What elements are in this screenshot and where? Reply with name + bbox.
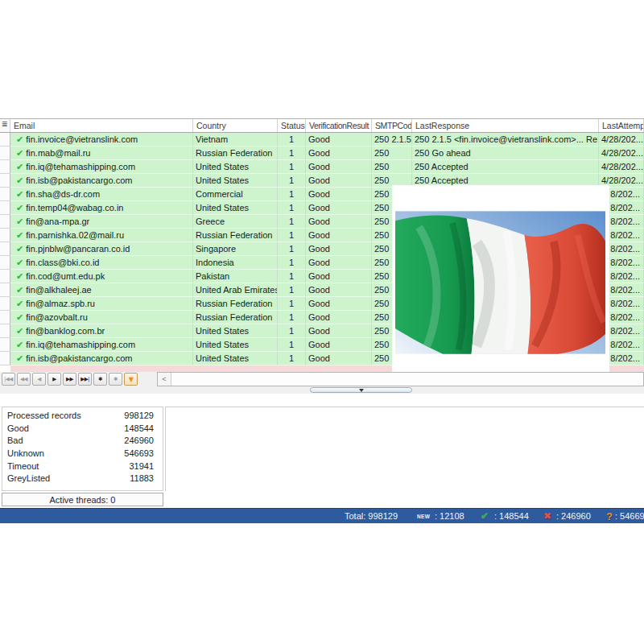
country-cell: Russian Federation <box>193 229 278 242</box>
email-cell: fin@banklog.com.br <box>26 326 105 336</box>
email-cell: fin.class@bki.co.id <box>26 258 99 267</box>
email-cell: fin.isb@pakistancargo.com <box>26 175 132 185</box>
good-check-icon: ✔ <box>16 134 23 146</box>
country-cell: United Arab Emirates <box>193 283 278 297</box>
stat-value: 246960 <box>124 436 154 448</box>
verification-result-cell: Good <box>306 242 372 256</box>
new-badge-icon: NEW <box>417 509 430 523</box>
email-cell: fin.parnishka.02@mail.ru <box>26 230 124 240</box>
summary-section: Processed records 998129 Good 148544 Bad… <box>0 394 644 508</box>
good-check-icon: ✔ <box>16 147 23 159</box>
email-cell: fin.mab@mail.ru <box>26 148 90 158</box>
column-header-verification-result[interactable]: VerificationResult <box>306 119 372 132</box>
navigator-button-icon: ✱ <box>114 376 118 382</box>
country-cell: Indonesia <box>193 256 278 270</box>
stat-row: Processed records 998129 <box>2 410 163 423</box>
row-indicator <box>0 338 10 352</box>
country-cell: Greece <box>193 215 278 229</box>
chevron-down-icon <box>359 389 364 392</box>
table-horizontal-scrollbar[interactable]: < <box>157 372 644 386</box>
email-cell: fin.pjnblw@pancaran.co.id <box>26 244 130 254</box>
verification-result-cell: Good <box>306 160 372 174</box>
row-indicator <box>0 324 10 338</box>
status-cell: 1 <box>278 160 306 174</box>
unknown-count: : 54669 <box>615 509 644 523</box>
stat-row: GreyListed 11883 <box>2 473 163 485</box>
verification-result-cell: Good <box>306 133 372 147</box>
navigator-button[interactable]: ▶▶ <box>63 373 76 386</box>
status-cell: 1 <box>278 324 306 338</box>
navigator-button[interactable]: ▶▶| <box>78 373 92 386</box>
navigator-button[interactable]: ✱ <box>93 373 107 386</box>
last-attempt-cell: 4/28/202... <box>599 133 644 147</box>
navigator-button-icon: ◀◀ <box>20 376 27 382</box>
stat-row: Bad 246960 <box>2 435 163 448</box>
good-check-icon: ✔ <box>16 257 23 269</box>
column-header-smtp-code[interactable]: SMTPCode <box>372 119 412 132</box>
verification-result-cell: Good <box>306 324 372 338</box>
email-cell: fin.cod@umt.edu.pk <box>26 271 105 281</box>
smtp-code-cell: 250 <box>372 160 412 174</box>
status-cell: 1 <box>278 283 306 297</box>
row-indicator <box>0 160 10 174</box>
navigator-button[interactable]: ◀◀ <box>17 373 31 386</box>
verification-result-cell: Good <box>306 188 372 201</box>
good-check-icon: ✔ <box>16 353 23 365</box>
country-cell: United States <box>193 338 278 352</box>
row-indicator <box>0 133 10 147</box>
country-cell: United States <box>193 352 278 365</box>
navigator-button-icon: ▶▶| <box>80 376 89 382</box>
table-row[interactable]: ✔ fin.iq@tehamashipping.com United State… <box>0 160 644 174</box>
status-cell: 1 <box>278 215 306 229</box>
status-cell: 1 <box>278 201 306 215</box>
status-cell: 1 <box>278 188 306 201</box>
column-header-email[interactable]: Email <box>10 119 193 132</box>
column-header-last-response[interactable]: LastResponse <box>412 119 599 132</box>
email-cell: fin@almaz.spb.ru <box>26 299 95 308</box>
bad-x-icon: ✖ <box>543 509 551 523</box>
column-header-last-attempt[interactable]: LastAttempt <box>599 119 644 132</box>
status-cell: 1 <box>278 270 306 283</box>
app-window: ≣ Email Country Status VerificationResul… <box>0 0 644 644</box>
row-indicator <box>0 256 10 270</box>
scroll-left-icon[interactable]: < <box>158 373 171 386</box>
status-cell: 1 <box>278 242 306 256</box>
good-check-icon: ✔ <box>16 175 23 187</box>
scrollbar-track[interactable] <box>171 373 643 386</box>
active-threads-box: Active threads: 0 <box>2 493 163 506</box>
column-header-country[interactable]: Country <box>193 119 278 132</box>
status-cell: 1 <box>278 133 306 147</box>
email-cell: fin.iq@tehamashipping.com <box>26 162 135 171</box>
splitter-bar[interactable] <box>0 386 644 394</box>
row-indicator <box>0 242 10 256</box>
status-cell: 1 <box>278 352 306 365</box>
email-cell: fin.iq@tehamashipping.com <box>26 340 135 349</box>
navigator-button[interactable]: ▶ <box>47 373 61 386</box>
smtp-code-cell: 250 2.1.5 <box>372 133 412 147</box>
table-row[interactable]: ✔ fin.mab@mail.ru Russian Federation 1 G… <box>0 147 644 160</box>
navigator-button[interactable]: ◀ <box>32 373 46 386</box>
good-check-icon: ✔ <box>16 243 23 255</box>
column-header-status[interactable]: Status <box>278 119 306 132</box>
stat-value: 31941 <box>129 461 154 473</box>
navigator-button-icon: ▼ <box>129 376 134 383</box>
verification-result-cell: Good <box>306 229 372 242</box>
table-row[interactable]: ✔ fin.invoice@vietranslink.com Vietnam 1… <box>0 133 644 147</box>
email-cell: fin.temp04@wabag.co.in <box>26 203 123 213</box>
navigator-button[interactable]: ▼ <box>124 373 138 386</box>
row-indicator <box>0 283 10 297</box>
navigator-button[interactable]: ✱ <box>109 373 122 386</box>
stat-value: 11883 <box>130 473 154 485</box>
country-cell: United States <box>193 324 278 338</box>
splitter-handle[interactable] <box>310 387 412 393</box>
country-cell: Pakistan <box>193 270 278 283</box>
stat-label: GreyListed <box>7 473 50 485</box>
stat-label: Timeout <box>7 461 39 473</box>
country-cell: United States <box>193 160 278 174</box>
email-cell: fin.invoice@vietranslink.com <box>26 134 138 144</box>
row-indicator <box>0 311 10 324</box>
detail-panel <box>165 407 644 491</box>
navigator-button[interactable]: |◀◀ <box>2 373 15 386</box>
verification-result-cell: Good <box>306 311 372 324</box>
status-cell: 1 <box>278 229 306 242</box>
